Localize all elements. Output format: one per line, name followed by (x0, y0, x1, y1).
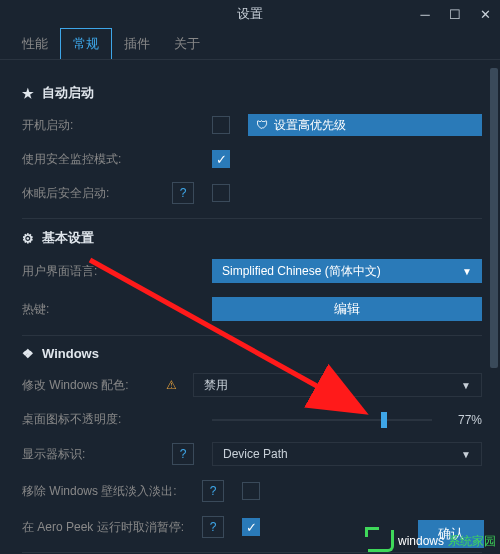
slider-track[interactable] (212, 419, 432, 421)
label-monitor-id: 显示器标识: (22, 446, 172, 463)
label-remove-fade: 移除 Windows 壁纸淡入淡出: (22, 483, 202, 500)
scrollbar-thumb[interactable] (490, 68, 498, 368)
chevron-down-icon: ▼ (462, 266, 472, 277)
chevron-down-icon: ▼ (461, 449, 471, 460)
content-area: ★ 自动启动 开机启动: 🛡 设置高优先级 使用安全监控模式: ✓ 休眠后安全启… (0, 60, 500, 554)
tab-performance[interactable]: 性能 (10, 29, 60, 59)
gear-icon: ⚙ (22, 231, 34, 246)
help-monitor-id[interactable]: ? (172, 443, 194, 465)
row-safe-monitor: 使用安全监控模式: ✓ (22, 150, 482, 168)
tab-general[interactable]: 常规 (60, 28, 112, 59)
section-autostart: ★ 自动启动 (22, 84, 482, 102)
label-ui-lang: 用户界面语言: (22, 263, 172, 280)
row-hotkey: 热键: 编辑 (22, 297, 482, 321)
watermark-logo-icon (368, 530, 394, 552)
checkbox-hibernate-safe[interactable] (212, 184, 230, 202)
watermark: windows 系统家园 (368, 530, 496, 552)
divider (22, 218, 482, 219)
tab-plugins[interactable]: 插件 (112, 29, 162, 59)
tabbar: 性能 常规 插件 关于 (0, 28, 500, 60)
checkbox-remove-fade[interactable] (242, 482, 260, 500)
slider-icon-opacity[interactable]: 77% (212, 413, 482, 427)
row-icon-opacity: 桌面图标不透明度: 77% (22, 411, 482, 428)
windows-icon: ❖ (22, 346, 34, 361)
label-win-color: 修改 Windows 配色: (22, 377, 172, 394)
checkbox-boot-start[interactable] (212, 116, 230, 134)
minimize-button[interactable]: ─ (410, 0, 440, 28)
row-boot-start: 开机启动: 🛡 设置高优先级 (22, 114, 482, 136)
titlebar: 设置 ─ ☐ ✕ (0, 0, 500, 28)
row-remove-fade: 移除 Windows 壁纸淡入淡出: ? (22, 480, 482, 502)
chevron-down-icon: ▼ (461, 380, 471, 391)
shield-icon: 🛡 (256, 118, 268, 132)
section-windows: ❖ Windows (22, 346, 482, 361)
titlebar-controls: ─ ☐ ✕ (410, 0, 500, 28)
select-monitor-id[interactable]: Device Path ▼ (212, 442, 482, 466)
label-boot-start: 开机启动: (22, 117, 172, 134)
star-icon: ★ (22, 86, 34, 101)
tab-about[interactable]: 关于 (162, 29, 212, 59)
row-win-color: 修改 Windows 配色: ⚠ 禁用 ▼ (22, 373, 482, 397)
close-button[interactable]: ✕ (470, 0, 500, 28)
label-aero-pause: 在 Aero Peek 运行时取消暂停: (22, 519, 202, 536)
select-win-color[interactable]: 禁用 ▼ (193, 373, 482, 397)
divider (22, 552, 482, 553)
label-icon-opacity: 桌面图标不透明度: (22, 411, 172, 428)
button-edit-hotkey[interactable]: 编辑 (212, 297, 482, 321)
checkbox-aero-pause[interactable]: ✓ (242, 518, 260, 536)
row-monitor-id: 显示器标识: ? Device Path ▼ (22, 442, 482, 466)
settings-window: 设置 ─ ☐ ✕ 性能 常规 插件 关于 ★ 自动启动 开机启动: 🛡 设置高优… (0, 0, 500, 554)
select-ui-lang[interactable]: Simplified Chinese (简体中文) ▼ (212, 259, 482, 283)
checkbox-safe-monitor[interactable]: ✓ (212, 150, 230, 168)
section-basic: ⚙ 基本设置 (22, 229, 482, 247)
divider (22, 335, 482, 336)
row-hibernate-safe: 休眠后安全启动: ? (22, 182, 482, 204)
help-hibernate-safe[interactable]: ? (172, 182, 194, 204)
help-remove-fade[interactable]: ? (202, 480, 224, 502)
maximize-button[interactable]: ☐ (440, 0, 470, 28)
warning-icon: ⚠ (166, 378, 177, 392)
slider-thumb[interactable] (381, 412, 387, 428)
label-hibernate-safe: 休眠后安全启动: (22, 185, 172, 202)
scrollbar[interactable] (490, 28, 498, 508)
label-hotkey: 热键: (22, 301, 172, 318)
priority-tag[interactable]: 🛡 设置高优先级 (248, 114, 482, 136)
label-safe-monitor: 使用安全监控模式: (22, 151, 172, 168)
row-ui-lang: 用户界面语言: Simplified Chinese (简体中文) ▼ (22, 259, 482, 283)
slider-value: 77% (446, 413, 482, 427)
help-aero-pause[interactable]: ? (202, 516, 224, 538)
window-title: 设置 (237, 5, 263, 23)
